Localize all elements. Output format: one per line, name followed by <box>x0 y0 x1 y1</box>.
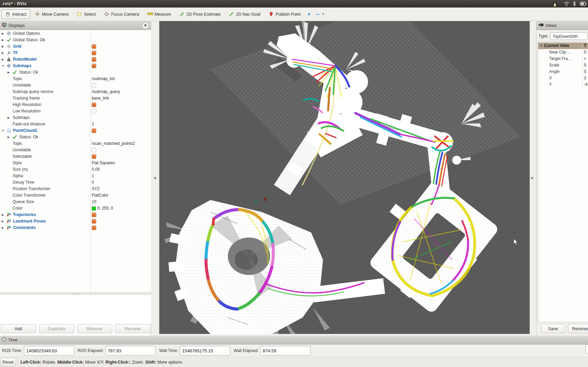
display-row[interactable]: Topic/submap_list <box>0 76 151 82</box>
battery-icon[interactable] <box>580 1 586 6</box>
property-value[interactable]: 0.05 <box>92 166 100 173</box>
displays-tree[interactable]: ▶Global Options▶Global Status: Ok▶Grid✓▶… <box>0 30 151 292</box>
display-row[interactable]: ▼Submaps✓ <box>0 63 151 69</box>
color-swatch[interactable] <box>92 207 96 211</box>
display-row[interactable]: Color TransformerFlatColor <box>0 192 151 199</box>
property-value[interactable]: 1 <box>92 173 94 179</box>
view-property-value[interactable]: T <box>582 43 588 49</box>
tool-publish-point[interactable]: Publish Point <box>265 9 304 19</box>
view-property-value[interactable]: 0. <box>582 68 588 75</box>
remove-tool-button[interactable]: −▼ <box>313 9 327 20</box>
remove-view-button[interactable]: Remove <box>568 324 588 333</box>
property-checkbox[interactable] <box>92 83 96 88</box>
display-row[interactable]: ▶TF✓ <box>0 50 151 56</box>
display-row[interactable]: Topic/scan_matched_points2 <box>0 140 151 147</box>
right-splitter-gutter[interactable]: ▶ <box>530 21 536 334</box>
property-value[interactable]: 10 <box>92 199 96 205</box>
time-panel-header[interactable]: Time <box>0 336 588 345</box>
expand-arrow[interactable]: ▶ <box>2 225 4 231</box>
property-checkbox[interactable]: ✓ <box>92 128 96 133</box>
display-row[interactable]: ▶Status: Ok <box>0 69 151 76</box>
wall-elapsed-input[interactable] <box>260 346 311 355</box>
view-property-row[interactable]: ▼Current ViewT <box>538 43 588 49</box>
tool-move-camera[interactable]: Move Camera <box>31 9 73 19</box>
expand-arrow[interactable]: ▶ <box>8 134 10 140</box>
property-value[interactable]: base_link <box>92 95 109 102</box>
display-row[interactable]: ▶Submaps <box>0 114 151 121</box>
display-row[interactable]: ▶Global Options <box>0 30 151 37</box>
view-property-row[interactable]: Target Fra...< <box>538 56 588 62</box>
property-value[interactable]: 1 <box>92 121 94 127</box>
display-row[interactable]: Submap query service/submap_query <box>0 89 151 95</box>
expand-arrow[interactable]: ▶ <box>2 50 4 56</box>
view-property-value[interactable]: 3 <box>582 75 588 81</box>
save-view-button[interactable]: Save <box>541 324 565 333</box>
display-row[interactable]: Decay Time0 <box>0 179 151 186</box>
collapse-left-icon[interactable]: ◀ <box>153 176 156 180</box>
remove-button[interactable]: Remove <box>77 324 113 333</box>
expand-arrow[interactable]: ▼ <box>2 127 4 134</box>
expand-arrow[interactable]: ▶ <box>2 212 4 218</box>
property-value[interactable]: XYZ <box>92 186 100 192</box>
view-property-value[interactable]: 0. <box>582 49 588 56</box>
display-row[interactable]: Color0; 255; 0 <box>0 205 151 212</box>
property-value[interactable]: FlatColor <box>92 192 108 199</box>
reset-button[interactable]: Reset <box>0 358 16 366</box>
left-splitter-gutter[interactable]: ◀ <box>151 21 159 334</box>
tool-interact[interactable]: Interact <box>1 9 30 19</box>
tool-2d-pose-estimate[interactable]: 2D Pose Estimate <box>176 9 224 19</box>
property-checkbox[interactable]: ✓ <box>92 219 96 224</box>
display-row[interactable]: Queue Size10 <box>0 199 151 205</box>
expand-arrow[interactable]: ▶ <box>2 218 4 225</box>
property-value[interactable]: /submap_list <box>92 76 115 82</box>
views-panel-header[interactable]: Views <box>536 21 588 30</box>
display-row[interactable]: Low Resolution <box>0 108 151 114</box>
view-property-row[interactable]: Near Clip ...0. <box>538 49 588 56</box>
expand-arrow[interactable]: ▶ <box>2 30 4 37</box>
ros-elapsed-input[interactable] <box>105 346 156 355</box>
expand-arrow[interactable]: ▼ <box>540 43 543 49</box>
view-type-dropdown[interactable]: TopDownOrth <box>550 32 588 40</box>
property-checkbox[interactable]: ✓ <box>92 64 96 68</box>
wall-time-input[interactable] <box>180 346 230 355</box>
view-property-value[interactable]: 5. <box>582 62 588 68</box>
expand-arrow[interactable]: ▼ <box>2 63 4 69</box>
add-button[interactable]: Add <box>1 324 36 333</box>
display-row[interactable]: ▶Status: Ok <box>0 134 151 140</box>
display-row[interactable]: ▶Trajectories✓ <box>0 212 151 218</box>
property-value[interactable]: /submap_query <box>92 89 120 95</box>
view-property-value[interactable]: -4 <box>582 81 588 88</box>
display-row[interactable]: ▶Landmark Poses✓ <box>0 218 151 225</box>
render-viewport[interactable] <box>159 21 530 334</box>
displays-panel-header[interactable]: Displays ✖ <box>0 21 151 30</box>
display-row[interactable]: Selectable✓ <box>0 153 151 160</box>
display-row[interactable]: Tracking framebase_link <box>0 95 151 102</box>
expand-arrow[interactable]: ▶ <box>8 114 10 121</box>
clipped-control[interactable] <box>585 345 588 354</box>
display-row[interactable]: ▶Constraints✓ <box>0 225 151 231</box>
tool-measure[interactable]: Measure <box>144 9 175 19</box>
display-row[interactable]: Fade-out distance1 <box>0 121 151 127</box>
title-bar[interactable]: .rviz* - RViz <box>0 0 588 7</box>
display-row[interactable]: ▶Grid✓ <box>0 43 151 50</box>
view-property-value[interactable]: < <box>582 56 588 62</box>
property-value[interactable]: 0; 255; 0 <box>97 205 113 212</box>
property-checkbox[interactable]: ✓ <box>92 154 96 159</box>
expand-arrow[interactable]: ▶ <box>2 56 4 63</box>
display-row[interactable]: Unreliable <box>0 82 151 89</box>
property-checkbox[interactable]: ✓ <box>92 57 96 62</box>
property-value[interactable]: /scan_matched_points2 <box>92 140 135 147</box>
views-tree[interactable]: ▼Current ViewTNear Clip ...0.Target Fra.… <box>538 42 588 322</box>
duplicate-button[interactable]: Duplicate <box>39 324 74 333</box>
display-row[interactable]: Alpha1 <box>0 173 151 179</box>
ros-time-input[interactable] <box>24 346 74 355</box>
view-property-row[interactable]: Y-4 <box>538 81 588 88</box>
add-tool-button[interactable]: + <box>305 9 313 20</box>
property-value[interactable]: Flat Squares <box>92 160 115 166</box>
display-row[interactable]: ▶Global Status: Ok <box>0 37 151 43</box>
expand-arrow[interactable]: ▶ <box>2 43 4 50</box>
tool-2d-nav-goal[interactable]: 2D Nav Goal <box>225 9 264 19</box>
display-row[interactable]: Size (m)0.05 <box>0 166 151 173</box>
display-row[interactable]: Unreliable <box>0 147 151 153</box>
wifi-icon[interactable] <box>563 1 570 6</box>
